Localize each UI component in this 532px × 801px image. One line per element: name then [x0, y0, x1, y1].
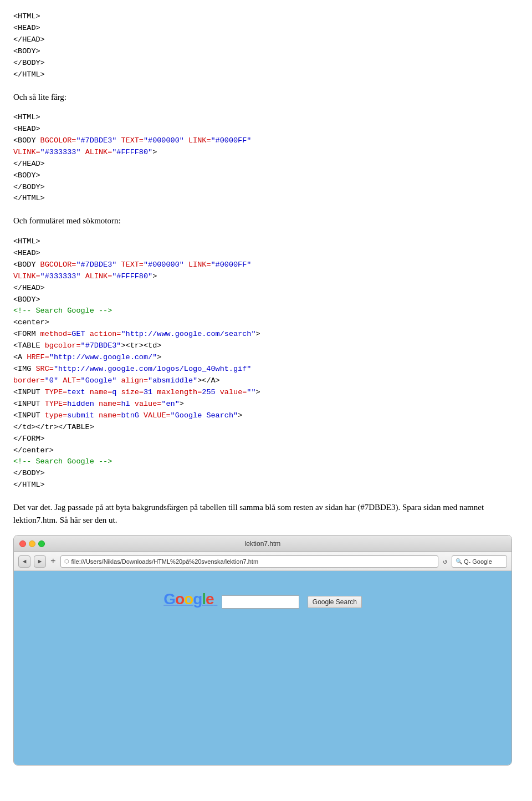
address-icon: ⬡	[64, 558, 69, 564]
browser-search-input[interactable]: 🔍 Q- Google	[452, 555, 507, 568]
google-search-button[interactable]: Google Search	[308, 596, 362, 608]
code-block-3: <HTML> <HEAD> <BODY BGCOLOR="#7DBDE3" TE…	[13, 236, 519, 491]
forward-button[interactable]: ▶	[34, 555, 46, 568]
google-form-table: Google Google Search	[161, 588, 365, 611]
browser-toolbar: ◀ ▶ + ⬡ file:///Users/Niklas/Downloads/H…	[14, 552, 511, 571]
paragraph-3: Det var det. Jag passade på att byta bak…	[13, 501, 519, 526]
minimize-button[interactable]	[29, 540, 35, 547]
google-search-field[interactable]	[222, 595, 299, 609]
paragraph-2: Och formuläret med sökmotorn:	[13, 215, 519, 227]
browser-content: Google Google Search	[14, 571, 511, 765]
code-block-2: <HTML> <HEAD> <BODY BGCOLOR="#7DBDE3" TE…	[13, 112, 519, 205]
traffic-lights	[19, 540, 45, 547]
new-tab-button[interactable]: +	[50, 557, 56, 567]
code-block-1: <HTML> <HEAD> </HEAD> <BODY> </BODY> </H…	[13, 11, 519, 81]
browser-titlebar: lektion7.htm	[14, 535, 511, 552]
maximize-button[interactable]	[38, 540, 45, 547]
logo-e: e	[206, 590, 214, 608]
logo-g2: g	[193, 590, 202, 608]
google-logo-link[interactable]: Google	[163, 598, 222, 606]
browser-title: lektion7.htm	[245, 540, 281, 548]
back-button[interactable]: ◀	[18, 555, 30, 568]
close-button[interactable]	[19, 540, 26, 547]
refresh-button[interactable]: ↺	[443, 557, 447, 566]
logo-o2: o	[184, 590, 193, 608]
paragraph-1: Och så lite färg:	[13, 91, 519, 104]
google-logo: Google	[163, 590, 217, 608]
logo-o1: o	[175, 590, 184, 608]
search-icon: 🔍	[456, 558, 462, 564]
logo-g: G	[163, 590, 175, 608]
page-content: <HTML> <HEAD> </HEAD> <BODY> </BODY> </H…	[0, 0, 532, 782]
address-bar[interactable]: ⬡ file:///Users/Niklas/Downloads/HTML%20…	[60, 555, 439, 568]
google-form-cell: Google Google Search	[161, 588, 365, 611]
address-text: file:///Users/Niklas/Downloads/HTML%20på…	[71, 558, 258, 565]
logo-l: l	[202, 590, 206, 608]
browser-search-placeholder: Q- Google	[464, 558, 492, 565]
browser-window: lektion7.htm ◀ ▶ + ⬡ file:///Users/Nikla…	[13, 535, 512, 766]
